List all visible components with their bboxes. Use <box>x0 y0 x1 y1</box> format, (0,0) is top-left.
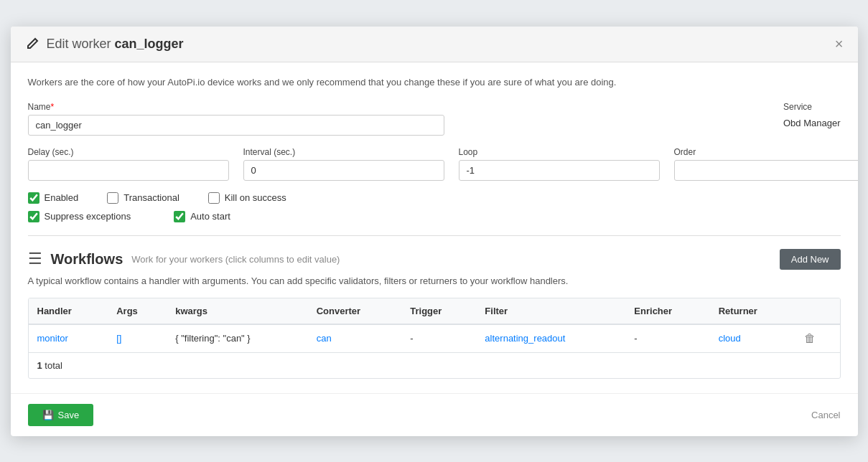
workflows-table: Handler Args kwargs Converter Trigger Fi… <box>29 298 840 352</box>
col-filter[interactable]: Filter <box>476 298 625 324</box>
col-args[interactable]: Args <box>108 298 167 324</box>
order-group: Order <box>674 147 858 181</box>
args-link[interactable]: [] <box>116 333 121 344</box>
edit-worker-modal: Edit worker can_logger × Workers are the… <box>11 27 858 436</box>
name-group: Name* <box>28 102 770 136</box>
kill-on-success-checkbox[interactable] <box>208 192 220 204</box>
transactional-checkbox[interactable] <box>107 192 118 204</box>
save-icon: 💾 <box>42 410 54 420</box>
service-label: Service <box>783 102 841 112</box>
cell-delete: 🗑 <box>795 324 839 352</box>
suppress-exceptions-checkbox-item[interactable]: Suppress exceptions <box>28 211 131 222</box>
delay-label: Delay (sec.) <box>28 147 229 157</box>
loop-group: Loop <box>459 147 660 181</box>
cell-trigger: - <box>401 324 476 352</box>
save-label: Save <box>58 410 80 420</box>
interval-label: Interval (sec.) <box>243 147 444 157</box>
enabled-checkbox[interactable] <box>28 192 39 204</box>
checkboxes-row-2: Suppress exceptions Auto start <box>28 211 841 222</box>
delay-group: Delay (sec.) <box>28 147 229 181</box>
edit-icon <box>25 37 39 51</box>
order-label: Order <box>674 147 858 157</box>
close-button[interactable]: × <box>835 37 844 51</box>
filter-link[interactable]: alternating_readout <box>485 333 565 344</box>
loop-input[interactable] <box>459 160 660 181</box>
delete-row-button[interactable]: 🗑 <box>804 332 816 345</box>
name-input[interactable] <box>28 115 444 136</box>
add-new-button[interactable]: Add New <box>780 249 841 270</box>
handler-link[interactable]: monitor <box>37 333 68 344</box>
workflows-title: Workflows <box>51 251 123 268</box>
col-trigger[interactable]: Trigger <box>401 298 476 324</box>
auto-start-label: Auto start <box>190 211 230 222</box>
interval-input[interactable] <box>243 160 444 181</box>
workflows-header: ☰ Workflows Work for your workers (click… <box>28 249 841 270</box>
modal-title: Edit worker can_logger <box>47 37 184 52</box>
section-divider <box>28 235 841 236</box>
auto-start-checkbox-item[interactable]: Auto start <box>174 211 230 222</box>
delay-interval-row: Delay (sec.) Interval (sec.) Loop Order <box>28 147 841 181</box>
transactional-checkbox-item[interactable]: Transactional <box>107 192 179 204</box>
modal-header: Edit worker can_logger × <box>11 27 858 62</box>
workflows-table-container: Handler Args kwargs Converter Trigger Fi… <box>28 298 841 379</box>
delay-input[interactable] <box>28 160 229 181</box>
cancel-button[interactable]: Cancel <box>811 410 840 420</box>
cell-returner: cloud <box>710 324 796 352</box>
table-header-row: Handler Args kwargs Converter Trigger Fi… <box>29 298 840 324</box>
table-header: Handler Args kwargs Converter Trigger Fi… <box>29 298 840 324</box>
cell-args: [] <box>108 324 167 352</box>
enabled-checkbox-item[interactable]: Enabled <box>28 192 79 204</box>
interval-group: Interval (sec.) <box>243 147 444 181</box>
table-body: monitor [] { "filtering": "can" } can - … <box>29 324 840 352</box>
service-value: Obd Manager <box>783 115 841 128</box>
save-button[interactable]: 💾 Save <box>28 404 94 426</box>
loop-label: Loop <box>459 147 660 157</box>
checkboxes-row-1: Enabled Transactional Kill on success <box>28 192 841 204</box>
info-text: Workers are the core of how your AutoPi.… <box>28 77 841 88</box>
enabled-label: Enabled <box>45 192 79 203</box>
auto-start-checkbox[interactable] <box>174 211 185 222</box>
workflows-title-area: ☰ Workflows Work for your workers (click… <box>28 250 340 268</box>
kill-on-success-checkbox-item[interactable]: Kill on success <box>208 192 286 204</box>
total-label: total <box>45 360 62 371</box>
order-input[interactable] <box>674 160 858 181</box>
col-handler[interactable]: Handler <box>29 298 108 324</box>
table-row: monitor [] { "filtering": "can" } can - … <box>29 324 840 352</box>
modal-footer: 💾 Save Cancel <box>11 393 858 436</box>
name-label: Name* <box>28 102 770 112</box>
list-icon: ☰ <box>28 250 42 268</box>
converter-link[interactable]: can <box>317 333 332 344</box>
col-returner[interactable]: Returner <box>710 298 796 324</box>
col-actions <box>795 298 839 324</box>
service-group: Service Obd Manager <box>783 102 841 128</box>
modal-body: Workers are the core of how your AutoPi.… <box>11 62 858 393</box>
modal-header-left: Edit worker can_logger <box>25 37 184 52</box>
col-converter[interactable]: Converter <box>308 298 402 324</box>
cell-kwargs[interactable]: { "filtering": "can" } <box>167 324 307 352</box>
name-service-row: Name* Service Obd Manager <box>28 102 841 136</box>
transactional-label: Transactional <box>123 192 179 203</box>
cell-converter: can <box>308 324 402 352</box>
total-row: 1 total <box>29 352 840 378</box>
total-count: 1 <box>37 360 42 371</box>
cell-enricher: - <box>625 324 709 352</box>
kill-on-success-label: Kill on success <box>225 192 286 203</box>
returner-link[interactable]: cloud <box>719 333 741 344</box>
cell-handler: monitor <box>29 324 108 352</box>
cell-filter: alternating_readout <box>476 324 625 352</box>
workflows-description: A typical workflow contains a handler wi… <box>28 275 841 286</box>
col-enricher[interactable]: Enricher <box>625 298 709 324</box>
col-kwargs[interactable]: kwargs <box>167 298 307 324</box>
suppress-exceptions-checkbox[interactable] <box>28 211 39 222</box>
suppress-exceptions-label: Suppress exceptions <box>45 211 131 222</box>
workflows-subtitle: Work for your workers (click columns to … <box>131 254 340 265</box>
